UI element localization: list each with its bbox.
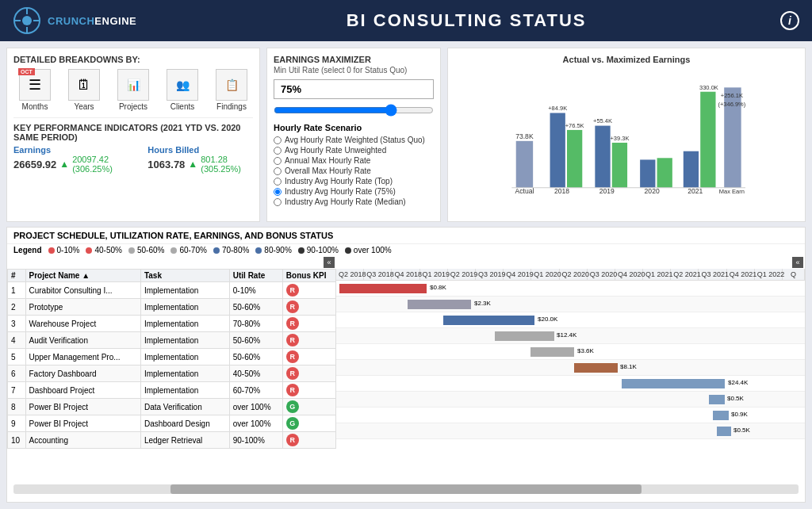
radio-input-2[interactable] <box>274 157 282 165</box>
clients-icon: 👥 <box>167 69 198 101</box>
breakdown-projects[interactable]: 📊 Projects <box>112 69 155 111</box>
legend-dot-60-70 <box>170 247 177 254</box>
cell-bonus: R <box>282 299 335 316</box>
gantt-row-6: $8.1K <box>336 360 805 376</box>
legend-text-50-60: 50-60% <box>137 246 164 254</box>
table-container: « # Project Name ▲ Task Util Rate Bonus … <box>7 256 805 483</box>
radio-option-5[interactable]: Industry Avg Hourly Rate (75%) <box>274 187 434 196</box>
breakdown-years[interactable]: 🗓 Years <box>63 69 105 111</box>
gantt-q: Q1 2021 <box>643 269 671 280</box>
legend-dot-80-90 <box>255 247 262 254</box>
gantt-row-10: $0.5K <box>336 423 805 439</box>
clients-label: Clients <box>170 102 195 111</box>
legend-70-80: 70-80% <box>213 246 249 254</box>
radio-label-1: Avg Hourly Rate Unweighted <box>285 146 386 155</box>
header: CRUNCHENGINE BI CONSULTING STATUS i <box>0 0 812 41</box>
months-label: Months <box>22 102 48 111</box>
cell-num: 5 <box>8 349 26 365</box>
cell-bonus: R <box>282 382 335 399</box>
table-row: 3 Warehouse Project Implementation 70-80… <box>8 316 336 332</box>
gantt-bar-6 <box>574 363 618 373</box>
chart-panel: Actual vs. Maximized Earnings 73.8K Actu… <box>447 48 806 222</box>
em-title: EARNINGS MAXIMIZER <box>274 55 434 64</box>
radio-option-3[interactable]: Overall Max Hourly Rate <box>274 166 434 175</box>
gantt-area: « Q2 2018 Q3 2018 Q4 2018 Q1 2019 Q2 201… <box>336 256 805 483</box>
info-button[interactable]: i <box>780 11 799 30</box>
radio-input-0[interactable] <box>274 136 282 144</box>
gantt-bar-value-6: $8.1K <box>620 363 637 370</box>
legend-over-100: over 100% <box>345 246 392 254</box>
gantt-bar-value-9: $0.9K <box>731 411 748 418</box>
cell-num: 2 <box>8 299 26 316</box>
badge-red-7: R <box>286 384 299 396</box>
bar-2021-max <box>700 92 715 188</box>
bar-actual <box>516 141 533 188</box>
radio-input-4[interactable] <box>274 178 282 186</box>
label-actual: 73.8K <box>515 132 534 140</box>
gantt-bar-value-8: $0.5K <box>727 395 744 402</box>
radio-input-6[interactable] <box>274 198 282 206</box>
label-2019-actual: +55.4K <box>593 117 612 124</box>
badge-green-9: G <box>286 417 299 430</box>
left-panel: DETAILED BREAKDOWNS BY: OCT ☰ Months 🗓 Y… <box>6 48 260 222</box>
breakdown-months[interactable]: OCT ☰ Months <box>13 69 56 111</box>
gantt-row-5: $3.6K <box>336 344 805 360</box>
cell-bonus: R <box>282 432 335 449</box>
gantt-row-8: $0.5K <box>336 392 805 408</box>
table-row: 2 Prototype Implementation 50-60% R <box>8 299 336 316</box>
hours-value: 1063.78 <box>147 159 185 170</box>
legend-row: Legend 0-10% 40-50% 50-60% 60-70% 70-80% <box>7 244 805 256</box>
legend-text-90-100: 90-100% <box>307 246 339 254</box>
xlabel-2021: 2021 <box>688 187 703 195</box>
cell-task: Implementation <box>140 349 229 365</box>
earnings-change: 20097.42 (306.25%) <box>72 155 132 174</box>
legend-90-100: 90-100% <box>298 246 339 254</box>
fixed-columns: « # Project Name ▲ Task Util Rate Bonus … <box>7 256 336 483</box>
collapse-left-btn[interactable]: « <box>324 257 335 268</box>
legend-text-0-10: 0-10% <box>57 246 80 254</box>
legend-50-60: 50-60% <box>128 246 164 254</box>
badge-red: R <box>286 284 299 297</box>
radio-input-5[interactable] <box>274 188 282 196</box>
cell-util: 60-70% <box>229 382 282 399</box>
page-title: BI CONSULTING STATUS <box>152 10 780 31</box>
legend-80-90: 80-90% <box>255 246 291 254</box>
badge-red-10: R <box>286 434 299 446</box>
logo-text: CRUNCHENGINE <box>48 15 136 27</box>
label-2018-max: +76.5K <box>565 122 584 129</box>
radio-option-0[interactable]: Avg Hourly Rate Weighted (Status Quo) <box>274 136 434 144</box>
gantt-bar-value-1: $0.8K <box>430 284 446 291</box>
radio-option-1[interactable]: Avg Hourly Rate Unweighted <box>274 146 434 155</box>
gantt-q: Q3 2019 <box>476 269 504 280</box>
radio-option-6[interactable]: Industry Avg Hourly Rate (Median) <box>274 197 434 206</box>
findings-icon: 📋 <box>216 69 247 101</box>
horizontal-scrollbar[interactable] <box>13 484 799 494</box>
project-table-title: PROJECT SCHEDULE, UTILIZATION RATE, EARN… <box>7 228 805 244</box>
cell-bonus: R <box>282 365 335 382</box>
gantt-q: Q4 2018 <box>392 269 419 280</box>
main-content: DETAILED BREAKDOWNS BY: OCT ☰ Months 🗓 Y… <box>0 41 812 509</box>
util-rate-slider[interactable] <box>274 104 434 117</box>
legend-dot-90-100 <box>298 247 304 254</box>
radio-input-1[interactable] <box>274 147 282 155</box>
radio-option-4[interactable]: Industry Avg Hourly Rate (Top) <box>274 177 434 186</box>
radio-option-2[interactable]: Annual Max Hourly Rate <box>274 156 434 165</box>
cell-util: 50-60% <box>229 349 282 365</box>
cell-task: Data Verification <box>140 399 229 415</box>
util-rate-input[interactable] <box>274 79 434 99</box>
em-subtitle: Min Util Rate (select 0 for Status Quo) <box>274 66 434 75</box>
gantt-q: Q3 2020 <box>588 269 615 280</box>
breakdown-clients[interactable]: 👥 Clients <box>161 69 204 111</box>
collapse-gantt-btn[interactable]: « <box>792 257 803 268</box>
cell-name: Curabitor Consulting I... <box>25 282 140 299</box>
cell-task: Ledger Retrieval <box>140 432 229 449</box>
badge-green-8: G <box>286 400 299 413</box>
oct-badge: OCT <box>18 68 35 75</box>
findings-label: Findings <box>216 102 247 111</box>
scroll-thumb[interactable] <box>170 484 642 494</box>
cell-num: 10 <box>8 432 26 449</box>
col-name[interactable]: Project Name ▲ <box>25 270 140 282</box>
radio-input-3[interactable] <box>274 167 282 175</box>
breakdown-findings[interactable]: 📋 Findings <box>210 69 253 111</box>
table-row: 7 Dashboard Project Implementation 60-70… <box>8 382 336 399</box>
